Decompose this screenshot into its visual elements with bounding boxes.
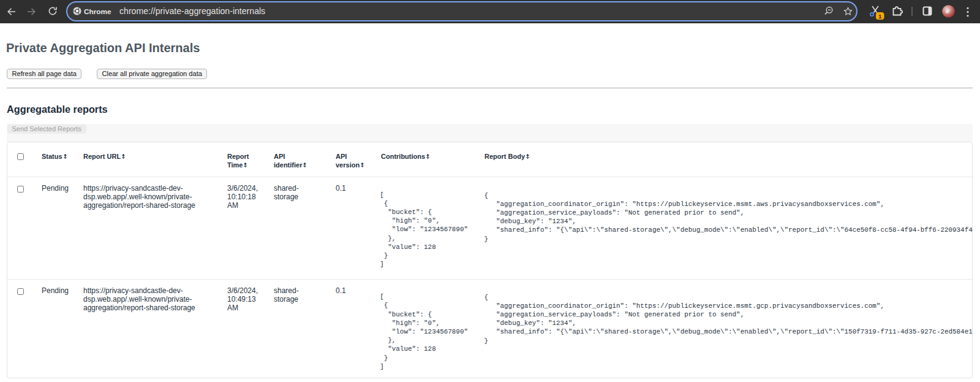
svg-text:1: 1 xyxy=(878,13,882,20)
